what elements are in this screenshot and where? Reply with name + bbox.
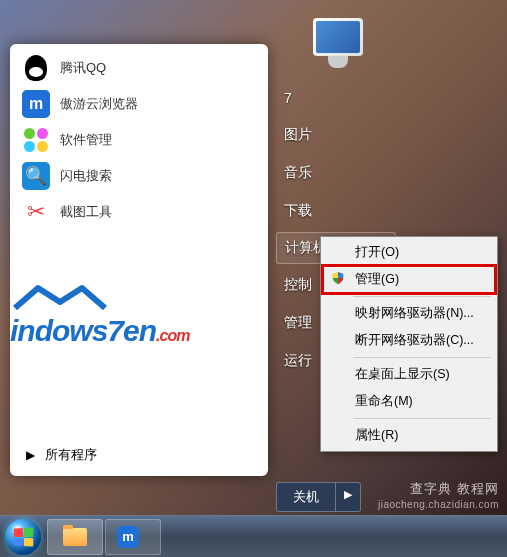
ctx-show-desktop[interactable]: 在桌面上显示(S) (323, 361, 495, 388)
pinned-app-flash-search[interactable]: 🔍 闪电搜索 (12, 158, 266, 194)
context-menu-separator (353, 357, 491, 358)
app-label: 傲游云浏览器 (60, 95, 138, 113)
windows7en-watermark-logo: indows7en.com (10, 280, 240, 350)
ctx-disconnect-drive[interactable]: 断开网络驱动器(C)... (323, 327, 495, 354)
start-menu-left-panel: 腾讯QQ m 傲游云浏览器 软件管理 🔍 闪电搜索 ✂ 截图工具 indows7… (10, 44, 268, 476)
all-programs-label: 所有程序 (45, 446, 97, 464)
start-button[interactable] (0, 516, 46, 558)
chevron-right-icon: ▶ (26, 448, 35, 462)
taskbar-maxthon[interactable]: m (105, 519, 161, 555)
uac-shield-icon (331, 271, 345, 285)
pinned-app-software-mgr[interactable]: 软件管理 (12, 122, 266, 158)
ctx-properties[interactable]: 属性(R) (323, 422, 495, 449)
ctx-rename[interactable]: 重命名(M) (323, 388, 495, 415)
pinned-apps-list: 腾讯QQ m 傲游云浏览器 软件管理 🔍 闪电搜索 ✂ 截图工具 (10, 44, 268, 272)
pinned-app-qq[interactable]: 腾讯QQ (12, 50, 266, 86)
ctx-map-drive[interactable]: 映射网络驱动器(N)... (323, 300, 495, 327)
right-item-music[interactable]: 音乐 (276, 154, 396, 192)
app-label: 软件管理 (60, 131, 112, 149)
qq-icon (22, 54, 50, 82)
right-item-downloads[interactable]: 下载 (276, 192, 396, 230)
context-menu-separator (353, 296, 491, 297)
shutdown-button[interactable]: 关机 (276, 482, 336, 512)
app-label: 截图工具 (60, 203, 112, 221)
context-menu-separator (353, 418, 491, 419)
maxthon-icon: m (22, 90, 50, 118)
site-watermark: 查字典 教程网 jiaocheng.chazidian.com (378, 481, 499, 511)
windows-orb-icon (5, 519, 41, 555)
maxthon-icon: m (117, 526, 139, 548)
shutdown-options-arrow[interactable]: ▶ (336, 482, 361, 512)
desktop-computer-icon[interactable] (306, 18, 370, 76)
computer-context-menu: 打开(O) 管理(G) 映射网络驱动器(N)... 断开网络驱动器(C)... … (320, 236, 498, 452)
pinned-app-maxthon[interactable]: m 傲游云浏览器 (12, 86, 266, 122)
right-item-user[interactable]: 7 (276, 80, 396, 116)
taskbar: m (0, 515, 507, 557)
scissors-icon: ✂ (22, 198, 50, 226)
shutdown-button-group: 关机 ▶ (276, 482, 361, 512)
app-label: 闪电搜索 (60, 167, 112, 185)
software-mgr-icon (22, 126, 50, 154)
taskbar-explorer[interactable] (47, 519, 103, 555)
ctx-manage[interactable]: 管理(G) (323, 266, 495, 293)
folder-icon (63, 528, 87, 546)
right-item-pictures[interactable]: 图片 (276, 116, 396, 154)
ctx-open[interactable]: 打开(O) (323, 239, 495, 266)
app-label: 腾讯QQ (60, 59, 106, 77)
all-programs-button[interactable]: ▶ 所有程序 (26, 446, 97, 464)
blank-icon (22, 234, 50, 262)
pinned-app-snipping[interactable]: ✂ 截图工具 (12, 194, 266, 230)
flash-search-icon: 🔍 (22, 162, 50, 190)
monitor-icon (313, 18, 363, 56)
pinned-app-blank[interactable] (12, 230, 266, 266)
